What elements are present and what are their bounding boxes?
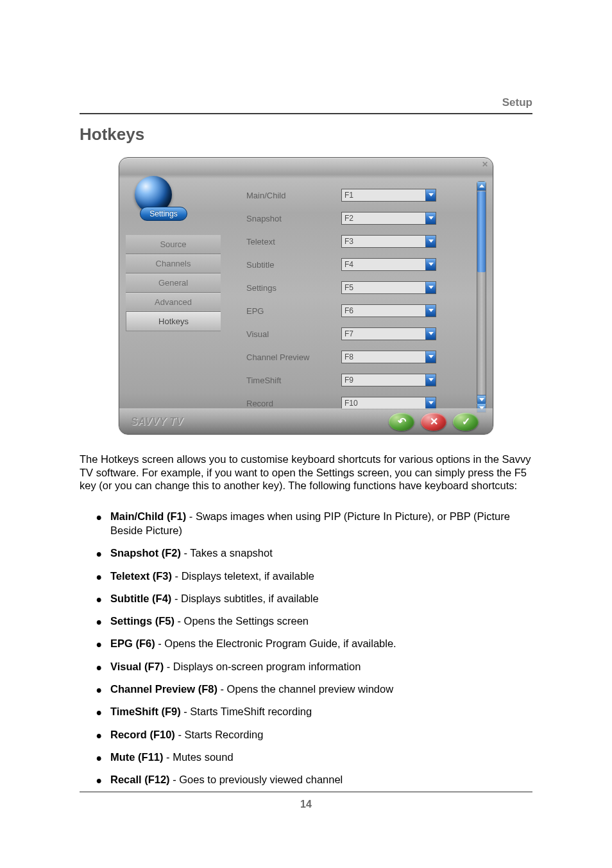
scrollbar[interactable] — [477, 181, 486, 404]
hotkey-label: Teletext — [246, 237, 341, 247]
chevron-down-icon[interactable] — [425, 374, 436, 386]
hotkey-value: F10 — [342, 399, 425, 408]
hotkey-content: Main/ChildF1SnapshotF2TeletextF3Subtitle… — [235, 166, 493, 403]
hotkey-label: Snapshot — [246, 214, 341, 223]
list-item: Snapshot (F2) - Takes a snapshot — [96, 546, 532, 560]
list-item: Mute (F11) - Mutes sound — [96, 750, 532, 764]
hotkey-label: Subtitle — [246, 260, 341, 270]
scroll-down-icon[interactable] — [477, 395, 486, 404]
scroll-thumb[interactable] — [477, 191, 486, 272]
sidebar-nav: SourceChannelsGeneralAdvancedHotkeys — [126, 235, 221, 331]
footer-rule — [80, 792, 532, 792]
intro-paragraph: The Hotkeys screen allows you to customi… — [80, 453, 532, 492]
sidebar-item-general[interactable]: General — [126, 273, 221, 293]
hotkey-select[interactable]: F4 — [341, 258, 436, 271]
hotkey-value: F4 — [342, 260, 425, 269]
hotkey-value: F8 — [342, 352, 425, 361]
hotkey-row: EPGF6 — [246, 299, 471, 322]
list-item: Visual (F7) - Displays on-screen program… — [96, 659, 532, 673]
hotkey-label: Visual — [246, 329, 341, 339]
hotkey-select[interactable]: F3 — [341, 235, 436, 248]
settings-label: Settings — [140, 207, 187, 221]
hotkey-label: Main/Child — [246, 191, 341, 200]
list-item: TimeShift (F9) - Starts TimeShift record… — [96, 704, 532, 718]
hotkey-select[interactable]: F7 — [341, 327, 436, 340]
hotkey-select[interactable]: F2 — [341, 212, 436, 225]
chevron-down-icon[interactable] — [425, 213, 436, 224]
scroll-up-icon[interactable] — [477, 182, 486, 191]
hotkey-label: Record — [246, 399, 341, 408]
hotkey-value: F2 — [342, 214, 425, 223]
list-item: Channel Preview (F8) - Opens the channel… — [96, 682, 532, 696]
hotkey-label: TimeShift — [246, 376, 341, 385]
hotkey-select[interactable]: F9 — [341, 374, 436, 386]
hotkey-row: Main/ChildF1 — [246, 184, 471, 207]
hotkey-label: Settings — [246, 283, 341, 293]
hotkey-value: F9 — [342, 376, 425, 385]
chevron-down-icon[interactable] — [425, 328, 436, 340]
hotkey-select[interactable]: F8 — [341, 351, 436, 363]
hotkey-value: F5 — [342, 283, 425, 292]
undo-button[interactable]: ↶ — [389, 413, 414, 431]
page-number: 14 — [80, 799, 532, 810]
header-rule — [80, 113, 532, 114]
chevron-down-icon[interactable] — [425, 236, 436, 247]
list-item: EPG (F6) - Opens the Electronic Program … — [96, 636, 532, 650]
list-item: Settings (F5) - Opens the Settings scree… — [96, 614, 532, 628]
hotkey-label: Channel Preview — [246, 352, 341, 362]
chevron-down-icon[interactable] — [425, 189, 436, 201]
hotkey-row: VisualF7 — [246, 322, 471, 345]
list-item: Main/Child (F1) - Swaps images when usin… — [96, 509, 532, 538]
chevron-down-icon[interactable] — [425, 351, 436, 363]
hotkey-row: TimeShiftF9 — [246, 369, 471, 392]
window-footer: SAVVY TV ↶ ✕ ✓ — [119, 408, 493, 434]
hotkey-row: TeletextF3 — [246, 230, 471, 253]
hotkey-value: F1 — [342, 191, 425, 200]
hotkey-value: F6 — [342, 306, 425, 315]
chevron-down-icon[interactable] — [425, 305, 436, 317]
list-item: Record (F10) - Starts Recording — [96, 727, 532, 742]
list-item: Subtitle (F4) - Displays subtitles, if a… — [96, 591, 532, 605]
hotkey-row: SettingsF5 — [246, 276, 471, 299]
ok-button[interactable]: ✓ — [453, 413, 479, 431]
chevron-down-icon[interactable] — [425, 259, 436, 270]
hotkey-select[interactable]: F6 — [341, 304, 436, 317]
list-item: Recall (F12) - Goes to previously viewed… — [96, 772, 532, 786]
settings-window: ✕ Settings SourceChannelsGeneralAdvanced… — [119, 157, 493, 435]
header-section: Setup — [80, 96, 532, 113]
sidebar-item-channels[interactable]: Channels — [126, 254, 221, 273]
sidebar-item-hotkeys[interactable]: Hotkeys — [126, 312, 221, 331]
hotkey-descriptions: Main/Child (F1) - Swaps images when usin… — [80, 509, 532, 786]
hotkey-row: SubtitleF4 — [246, 253, 471, 276]
cancel-button[interactable]: ✕ — [421, 413, 446, 431]
hotkey-select[interactable]: F5 — [341, 281, 436, 294]
list-item: Teletext (F3) - Displays teletext, if av… — [96, 569, 532, 583]
sidebar: Settings SourceChannelsGeneralAdvancedHo… — [119, 166, 235, 403]
chevron-down-icon[interactable] — [425, 282, 436, 293]
hotkey-label: EPG — [246, 306, 341, 316]
hotkey-row: SnapshotF2 — [246, 207, 471, 230]
sidebar-item-source[interactable]: Source — [126, 235, 221, 254]
hotkey-select[interactable]: F10 — [341, 397, 436, 410]
hotkey-value: F3 — [342, 237, 425, 246]
chevron-down-icon[interactable] — [425, 397, 436, 409]
hotkey-row: Channel PreviewF8 — [246, 345, 471, 369]
brand-logo: SAVVY TV — [131, 416, 183, 428]
sidebar-item-advanced[interactable]: Advanced — [126, 293, 221, 312]
hotkey-select[interactable]: F1 — [341, 189, 436, 202]
hotkey-value: F7 — [342, 329, 425, 338]
page-title: Hotkeys — [80, 125, 532, 144]
